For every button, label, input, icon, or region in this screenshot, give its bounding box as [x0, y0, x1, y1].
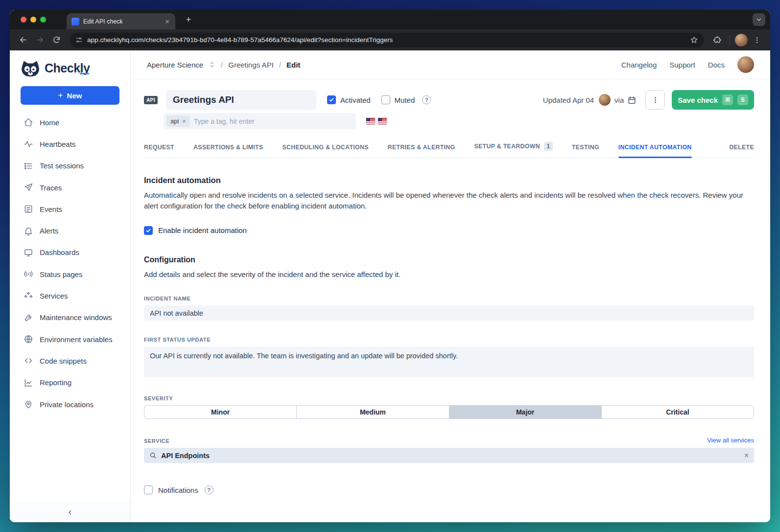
main-content: API Activated Muted ? Updated Apr 04: [131, 79, 770, 522]
tab-title: Edit API check: [83, 18, 160, 25]
tab-retries-alerting[interactable]: RETRIES & ALERTING: [388, 144, 455, 158]
tab-testing[interactable]: TESTING: [572, 144, 599, 158]
brand[interactable]: Checkly: [10, 50, 130, 84]
clear-service-icon[interactable]: ×: [744, 451, 749, 460]
tab-label: ASSERTIONS & LIMITS: [193, 144, 263, 151]
service-value: API Endpoints: [161, 452, 210, 460]
first-status-update-textarea[interactable]: Our API is currently not available. The …: [144, 347, 754, 377]
sidebar-item-label: Heartbeats: [40, 140, 75, 148]
muted-checkbox[interactable]: [381, 95, 390, 104]
sidebar-nav: Home Heartbeats Test sessions Traces Eve…: [10, 112, 130, 415]
url-bar[interactable]: app.checklyhq.com/checks/23b4791b-bd70-4…: [70, 33, 704, 47]
severity-segmented-control: Minor Medium Major Critical: [144, 405, 754, 419]
save-check-label: Save check: [678, 96, 718, 104]
changelog-link[interactable]: Changelog: [621, 61, 657, 69]
tab-incident-automation[interactable]: INCIDENT AUTOMATION: [618, 144, 692, 158]
maximize-window-button[interactable]: [40, 17, 46, 23]
severity-option-major[interactable]: Major: [449, 405, 602, 419]
configuration-description: Add details and select the severity of t…: [144, 269, 744, 280]
save-check-button[interactable]: Save check ⌘ S: [672, 90, 754, 110]
activated-toggle[interactable]: Activated: [327, 95, 371, 104]
sidebar-item-status-pages[interactable]: Status pages: [10, 263, 130, 285]
tab-label: INCIDENT AUTOMATION: [618, 144, 692, 151]
sidebar-item-alerts[interactable]: Alerts: [10, 220, 130, 241]
tab-assertions-limits[interactable]: ASSERTIONS & LIMITS: [193, 144, 263, 158]
sidebar: Checkly + New Home Heartbeats Test sessi…: [10, 50, 131, 522]
sidebar-item-label: Alerts: [40, 227, 58, 235]
tag-input[interactable]: api ×: [164, 113, 356, 129]
close-window-button[interactable]: [21, 17, 26, 23]
sidebar-item-events[interactable]: Events: [10, 198, 130, 220]
check-name-input[interactable]: [166, 90, 316, 110]
browser-menu-icon[interactable]: [750, 33, 764, 47]
sidebar-item-code-snippets[interactable]: Code snippets: [10, 350, 130, 371]
checkly-logo-icon: [21, 59, 40, 77]
notifications-help-icon[interactable]: ?: [205, 486, 213, 494]
section-description: Automatically open and resolve incidents…: [144, 190, 744, 211]
us-flag-icon: [378, 118, 387, 124]
extensions-icon[interactable]: [710, 33, 725, 47]
calendar-icon[interactable]: [627, 95, 637, 105]
forward-icon[interactable]: [32, 33, 47, 47]
browser-profile-avatar[interactable]: [735, 34, 748, 46]
toolbar-divider: [730, 36, 730, 45]
docs-link[interactable]: Docs: [708, 61, 725, 69]
url-text[interactable]: app.checklyhq.com/checks/23b4791b-bd70-4…: [87, 36, 685, 44]
service-label-row: SERVICE View all services: [144, 437, 754, 444]
sidebar-item-private-locations[interactable]: Private locations: [10, 393, 130, 415]
browser-tab[interactable]: Edit API check ×: [67, 13, 175, 29]
chart-icon: [24, 378, 33, 388]
account-switcher-icon[interactable]: [209, 61, 215, 68]
tab-setup-teardown[interactable]: SETUP & TEARDOWN 1: [474, 142, 553, 158]
minimize-window-button[interactable]: [30, 17, 36, 23]
app-header: Aperture Science / Greetings API / Edit …: [131, 50, 770, 79]
sidebar-item-traces[interactable]: Traces: [10, 177, 130, 198]
severity-option-critical[interactable]: Critical: [601, 405, 754, 419]
breadcrumb-account[interactable]: Aperture Science: [147, 61, 203, 69]
tab-request[interactable]: REQUEST: [144, 144, 174, 158]
breadcrumb-check[interactable]: Greetings API: [228, 61, 274, 69]
bookmark-star-icon[interactable]: [690, 36, 698, 44]
sidebar-item-environment-variables[interactable]: Environment variables: [10, 328, 130, 350]
user-avatar[interactable]: [737, 56, 754, 73]
reload-icon[interactable]: [49, 33, 64, 47]
sidebar-collapse-button[interactable]: [10, 502, 130, 522]
site-settings-icon[interactable]: [75, 36, 83, 44]
map-pin-icon: [24, 399, 33, 409]
view-all-services-link[interactable]: View all services: [707, 437, 754, 444]
service-select-field[interactable]: API Endpoints ×: [144, 448, 754, 463]
sidebar-item-maintenance-windows[interactable]: Maintenance windows: [10, 307, 130, 328]
notifications-checkbox[interactable]: [144, 486, 153, 494]
tab-label: DELETE: [729, 144, 754, 151]
tag-text-field[interactable]: [194, 117, 353, 125]
tab-delete[interactable]: DELETE: [729, 144, 754, 158]
tab-close-icon[interactable]: ×: [164, 17, 170, 26]
sidebar-item-services[interactable]: Services: [10, 285, 130, 306]
sidebar-item-test-sessions[interactable]: Test sessions: [10, 155, 130, 177]
remove-tag-icon[interactable]: ×: [182, 117, 186, 125]
sidebar-item-home[interactable]: Home: [10, 112, 130, 133]
muted-toggle[interactable]: Muted: [381, 95, 415, 104]
check-icon: [329, 97, 334, 103]
enable-incident-automation-toggle[interactable]: Enable incident automation: [144, 226, 754, 235]
new-tab-button[interactable]: +: [182, 13, 195, 26]
activated-checkbox[interactable]: [327, 95, 336, 104]
sidebar-item-dashboards[interactable]: Dashboards: [10, 242, 130, 263]
severity-label: SEVERITY: [144, 395, 754, 401]
check-options-menu-button[interactable]: [645, 90, 665, 110]
tab-scheduling-locations[interactable]: SCHEDULING & LOCATIONS: [283, 144, 369, 158]
severity-option-medium[interactable]: Medium: [296, 405, 449, 419]
muted-help-icon[interactable]: ?: [422, 95, 431, 104]
enable-incident-checkbox[interactable]: [144, 226, 153, 235]
sidebar-item-reporting[interactable]: Reporting: [10, 372, 130, 393]
support-link[interactable]: Support: [669, 61, 695, 69]
wrench-icon: [24, 313, 33, 323]
sidebar-item-heartbeats[interactable]: Heartbeats: [10, 133, 130, 155]
back-icon[interactable]: [16, 33, 30, 47]
tab-search-chevron-icon[interactable]: [753, 13, 765, 26]
incident-name-input[interactable]: [144, 305, 754, 321]
new-button[interactable]: + New: [21, 86, 119, 105]
notifications-toggle[interactable]: Notifications ?: [144, 486, 754, 494]
severity-option-minor[interactable]: Minor: [144, 405, 297, 419]
cmd-key-icon: ⌘: [722, 94, 733, 105]
